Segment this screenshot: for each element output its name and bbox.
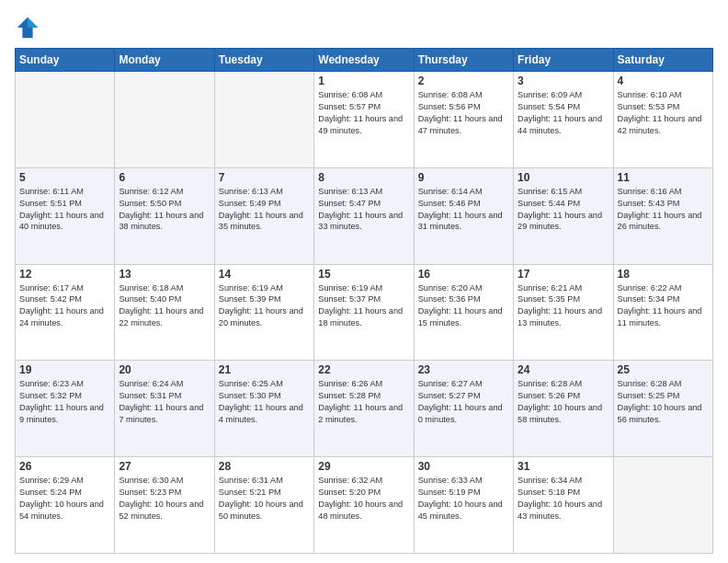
day-info: Sunrise: 6:18 AM Sunset: 5:40 PM Dayligh… xyxy=(119,282,210,330)
calendar-cell: 2Sunrise: 6:08 AM Sunset: 5:56 PM Daylig… xyxy=(414,72,513,168)
weekday-header-wednesday: Wednesday xyxy=(314,49,414,72)
calendar-cell: 25Sunrise: 6:28 AM Sunset: 5:25 PM Dayli… xyxy=(613,361,712,457)
day-info: Sunrise: 6:28 AM Sunset: 5:26 PM Dayligh… xyxy=(518,378,609,426)
weekday-header-saturday: Saturday xyxy=(613,49,712,72)
day-info: Sunrise: 6:15 AM Sunset: 5:44 PM Dayligh… xyxy=(518,186,609,234)
day-info: Sunrise: 6:23 AM Sunset: 5:32 PM Dayligh… xyxy=(19,378,110,426)
weekday-header-sunday: Sunday xyxy=(16,49,115,72)
day-number: 16 xyxy=(418,268,509,281)
calendar-cell: 23Sunrise: 6:27 AM Sunset: 5:27 PM Dayli… xyxy=(414,361,513,457)
day-info: Sunrise: 6:33 AM Sunset: 5:19 PM Dayligh… xyxy=(418,475,509,523)
calendar-cell: 28Sunrise: 6:31 AM Sunset: 5:21 PM Dayli… xyxy=(214,457,313,554)
day-number: 5 xyxy=(19,171,110,184)
calendar-week-row: 1Sunrise: 6:08 AM Sunset: 5:57 PM Daylig… xyxy=(16,72,713,168)
day-number: 13 xyxy=(119,268,210,281)
day-number: 18 xyxy=(618,268,709,281)
weekday-header-tuesday: Tuesday xyxy=(214,49,313,72)
day-number: 14 xyxy=(219,268,310,281)
calendar-cell: 30Sunrise: 6:33 AM Sunset: 5:19 PM Dayli… xyxy=(414,457,513,554)
day-number: 9 xyxy=(418,171,509,184)
calendar-cell xyxy=(214,72,313,168)
day-number: 7 xyxy=(219,171,310,184)
page: SundayMondayTuesdayWednesdayThursdayFrid… xyxy=(0,0,728,563)
day-number: 23 xyxy=(418,363,509,376)
logo xyxy=(15,15,44,40)
logo-icon xyxy=(15,15,40,40)
day-number: 15 xyxy=(318,268,409,281)
calendar-cell: 5Sunrise: 6:11 AM Sunset: 5:51 PM Daylig… xyxy=(16,167,115,264)
calendar-cell: 7Sunrise: 6:13 AM Sunset: 5:49 PM Daylig… xyxy=(214,167,313,264)
calendar-cell: 27Sunrise: 6:30 AM Sunset: 5:23 PM Dayli… xyxy=(115,457,214,554)
day-number: 17 xyxy=(518,268,609,281)
calendar-week-row: 12Sunrise: 6:17 AM Sunset: 5:42 PM Dayli… xyxy=(16,264,713,361)
calendar-cell: 1Sunrise: 6:08 AM Sunset: 5:57 PM Daylig… xyxy=(314,72,414,168)
day-number: 3 xyxy=(518,75,609,87)
day-number: 29 xyxy=(318,460,409,473)
calendar-cell xyxy=(613,457,712,554)
day-number: 12 xyxy=(19,268,110,281)
day-info: Sunrise: 6:26 AM Sunset: 5:28 PM Dayligh… xyxy=(318,378,409,426)
calendar-cell: 9Sunrise: 6:14 AM Sunset: 5:46 PM Daylig… xyxy=(414,167,513,264)
day-info: Sunrise: 6:32 AM Sunset: 5:20 PM Dayligh… xyxy=(318,475,409,523)
calendar-cell: 19Sunrise: 6:23 AM Sunset: 5:32 PM Dayli… xyxy=(16,361,115,457)
day-info: Sunrise: 6:12 AM Sunset: 5:50 PM Dayligh… xyxy=(119,186,210,234)
day-info: Sunrise: 6:30 AM Sunset: 5:23 PM Dayligh… xyxy=(119,475,210,523)
svg-marker-1 xyxy=(28,17,38,28)
calendar-cell: 31Sunrise: 6:34 AM Sunset: 5:18 PM Dayli… xyxy=(514,457,613,554)
calendar-cell: 20Sunrise: 6:24 AM Sunset: 5:31 PM Dayli… xyxy=(115,361,214,457)
day-number: 24 xyxy=(518,363,609,376)
day-info: Sunrise: 6:16 AM Sunset: 5:43 PM Dayligh… xyxy=(618,186,709,234)
day-info: Sunrise: 6:08 AM Sunset: 5:57 PM Dayligh… xyxy=(318,89,409,137)
day-number: 25 xyxy=(618,363,709,376)
day-number: 6 xyxy=(119,171,210,184)
day-info: Sunrise: 6:13 AM Sunset: 5:47 PM Dayligh… xyxy=(318,186,409,234)
calendar-cell: 18Sunrise: 6:22 AM Sunset: 5:34 PM Dayli… xyxy=(613,264,712,361)
day-info: Sunrise: 6:10 AM Sunset: 5:53 PM Dayligh… xyxy=(618,89,709,137)
day-info: Sunrise: 6:31 AM Sunset: 5:21 PM Dayligh… xyxy=(219,475,310,523)
day-number: 19 xyxy=(19,363,110,376)
calendar-cell: 17Sunrise: 6:21 AM Sunset: 5:35 PM Dayli… xyxy=(514,264,613,361)
day-number: 10 xyxy=(518,171,609,184)
calendar-week-row: 19Sunrise: 6:23 AM Sunset: 5:32 PM Dayli… xyxy=(16,361,713,457)
calendar-cell: 11Sunrise: 6:16 AM Sunset: 5:43 PM Dayli… xyxy=(613,167,712,264)
calendar-cell xyxy=(16,72,115,168)
weekday-header-monday: Monday xyxy=(115,49,214,72)
calendar-cell: 8Sunrise: 6:13 AM Sunset: 5:47 PM Daylig… xyxy=(314,167,414,264)
day-info: Sunrise: 6:14 AM Sunset: 5:46 PM Dayligh… xyxy=(418,186,509,234)
calendar-cell: 15Sunrise: 6:19 AM Sunset: 5:37 PM Dayli… xyxy=(314,264,414,361)
day-number: 4 xyxy=(618,75,709,87)
header xyxy=(15,15,713,40)
day-number: 30 xyxy=(418,460,509,473)
calendar-cell: 10Sunrise: 6:15 AM Sunset: 5:44 PM Dayli… xyxy=(514,167,613,264)
calendar-cell: 4Sunrise: 6:10 AM Sunset: 5:53 PM Daylig… xyxy=(613,72,712,168)
day-info: Sunrise: 6:24 AM Sunset: 5:31 PM Dayligh… xyxy=(119,378,210,426)
calendar-cell: 6Sunrise: 6:12 AM Sunset: 5:50 PM Daylig… xyxy=(115,167,214,264)
day-number: 20 xyxy=(119,363,210,376)
calendar-cell: 24Sunrise: 6:28 AM Sunset: 5:26 PM Dayli… xyxy=(514,361,613,457)
day-number: 11 xyxy=(618,171,709,184)
day-info: Sunrise: 6:11 AM Sunset: 5:51 PM Dayligh… xyxy=(19,186,110,234)
day-info: Sunrise: 6:21 AM Sunset: 5:35 PM Dayligh… xyxy=(518,282,609,330)
weekday-header-thursday: Thursday xyxy=(414,49,513,72)
weekday-header-row: SundayMondayTuesdayWednesdayThursdayFrid… xyxy=(16,49,713,72)
calendar-cell: 12Sunrise: 6:17 AM Sunset: 5:42 PM Dayli… xyxy=(16,264,115,361)
day-number: 8 xyxy=(318,171,409,184)
day-number: 26 xyxy=(19,460,110,473)
day-info: Sunrise: 6:13 AM Sunset: 5:49 PM Dayligh… xyxy=(219,186,310,234)
calendar-cell: 3Sunrise: 6:09 AM Sunset: 5:54 PM Daylig… xyxy=(514,72,613,168)
calendar-cell: 29Sunrise: 6:32 AM Sunset: 5:20 PM Dayli… xyxy=(314,457,414,554)
calendar-cell: 16Sunrise: 6:20 AM Sunset: 5:36 PM Dayli… xyxy=(414,264,513,361)
day-info: Sunrise: 6:08 AM Sunset: 5:56 PM Dayligh… xyxy=(418,89,509,137)
calendar-cell: 13Sunrise: 6:18 AM Sunset: 5:40 PM Dayli… xyxy=(115,264,214,361)
calendar-week-row: 26Sunrise: 6:29 AM Sunset: 5:24 PM Dayli… xyxy=(16,457,713,554)
day-info: Sunrise: 6:22 AM Sunset: 5:34 PM Dayligh… xyxy=(618,282,709,330)
calendar-cell: 26Sunrise: 6:29 AM Sunset: 5:24 PM Dayli… xyxy=(16,457,115,554)
calendar-cell xyxy=(115,72,214,168)
day-number: 2 xyxy=(418,75,509,87)
day-info: Sunrise: 6:27 AM Sunset: 5:27 PM Dayligh… xyxy=(418,378,509,426)
day-number: 28 xyxy=(219,460,310,473)
day-info: Sunrise: 6:20 AM Sunset: 5:36 PM Dayligh… xyxy=(418,282,509,330)
day-info: Sunrise: 6:28 AM Sunset: 5:25 PM Dayligh… xyxy=(618,378,709,426)
day-info: Sunrise: 6:19 AM Sunset: 5:39 PM Dayligh… xyxy=(219,282,310,330)
day-info: Sunrise: 6:29 AM Sunset: 5:24 PM Dayligh… xyxy=(19,475,110,523)
